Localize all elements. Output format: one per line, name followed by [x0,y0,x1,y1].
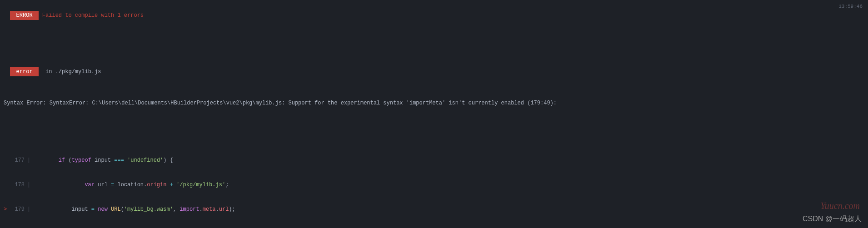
line-number: 177 [9,156,27,164]
error-badge-lower: error [10,67,38,76]
error-file-path: in ./pkg/mylib.js [42,69,101,75]
watermark-yuucn: Yuucn.com [821,199,860,213]
error-badge-upper: ERROR [10,11,38,20]
timestamp: 13:59:46 [838,3,863,10]
current-line-marker: > [4,205,9,213]
code-line: 178| var url = location.origin + '/pkg/m… [4,181,864,189]
line-number: 178 [9,181,27,189]
code-snippet: 177| if (typeof input === 'undefined') {… [4,140,864,228]
compile-fail-message: Failed to compile with 1 errors [42,12,144,19]
code-line-current: >179| input = new URL('mylib_bg.wasm', i… [4,205,864,213]
syntax-error-message: Syntax Error: SyntaxError: C:\Users\dell… [4,99,864,107]
watermark-csdn: CSDN @一码超人 [803,213,862,224]
terminal-output[interactable]: ERROR Failed to compile with 1 errors 13… [0,0,868,228]
line-number: 179 [9,205,27,213]
code-line: 177| if (typeof input === 'undefined') { [4,156,864,164]
